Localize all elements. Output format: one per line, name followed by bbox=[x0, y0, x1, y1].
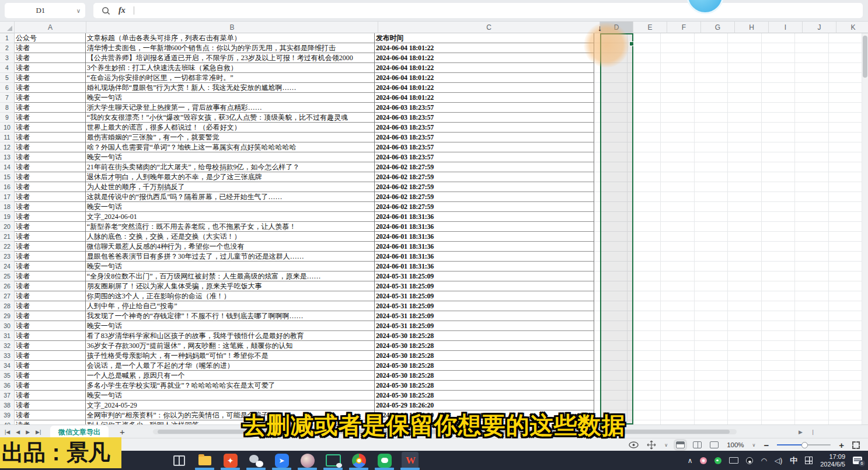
vertical-scrollbar[interactable] bbox=[862, 33, 868, 424]
cell-a12[interactable]: 读者 bbox=[15, 142, 86, 152]
add-sheet-button[interactable]: + bbox=[120, 425, 125, 438]
cell-c35[interactable]: 2024-05-30 18:25:28 bbox=[375, 371, 594, 381]
cell-c19[interactable]: 2024-06-01 18:31:36 bbox=[375, 212, 594, 222]
cell-h25[interactable] bbox=[728, 271, 761, 281]
cell-j25[interactable] bbox=[795, 271, 828, 281]
first-sheet-icon[interactable]: |◀ bbox=[5, 429, 10, 435]
cell-g21[interactable] bbox=[695, 232, 728, 242]
cell-g17[interactable] bbox=[695, 192, 728, 202]
cell-g37[interactable] bbox=[695, 391, 728, 401]
row-header-3[interactable]: 3 bbox=[0, 53, 15, 63]
last-sheet-icon[interactable]: ▶| bbox=[36, 429, 41, 435]
cell-h16[interactable] bbox=[728, 182, 761, 192]
cell-g6[interactable] bbox=[695, 83, 728, 93]
cell-k28[interactable] bbox=[829, 301, 862, 311]
column-header-K[interactable]: K bbox=[836, 22, 868, 33]
cell-j14[interactable] bbox=[795, 162, 828, 172]
cell-b26[interactable]: 朋友圈刷屏了！还以为家人集体受骗，原来关乎吃饭大事 bbox=[86, 281, 375, 291]
cell-h6[interactable] bbox=[728, 83, 761, 93]
column-header-A[interactable]: A bbox=[15, 22, 86, 33]
cell-f4[interactable] bbox=[661, 63, 694, 73]
cell-j9[interactable] bbox=[795, 113, 828, 123]
vertical-scrollbar-thumb[interactable] bbox=[863, 36, 867, 78]
cell-j6[interactable] bbox=[795, 83, 828, 93]
cell-g29[interactable] bbox=[695, 311, 728, 321]
cell-k15[interactable] bbox=[829, 172, 862, 182]
cell-k5[interactable] bbox=[829, 73, 862, 83]
cell-i25[interactable] bbox=[762, 271, 795, 281]
cell-i38[interactable] bbox=[762, 401, 795, 410]
cell-j31[interactable] bbox=[795, 331, 828, 341]
cell-h35[interactable] bbox=[728, 371, 761, 381]
cell-h1[interactable] bbox=[728, 33, 761, 43]
row-header-20[interactable]: 20 bbox=[0, 222, 15, 232]
cell-i37[interactable] bbox=[762, 391, 795, 401]
cell-g40[interactable] bbox=[695, 420, 728, 424]
column-header-I[interactable]: I bbox=[769, 22, 803, 33]
cell-h30[interactable] bbox=[728, 321, 761, 331]
cell-j30[interactable] bbox=[795, 321, 828, 331]
cell-k4[interactable] bbox=[829, 63, 862, 73]
cell-f7[interactable] bbox=[661, 93, 694, 103]
cell-k14[interactable] bbox=[829, 162, 862, 172]
pan-mode-icon[interactable] bbox=[647, 440, 656, 450]
cell-i9[interactable] bbox=[762, 113, 795, 123]
cell-b35[interactable]: 一个人总是喊累，原因只有一个 bbox=[86, 371, 375, 381]
cell-c38[interactable]: 2024-05-29 18:26:20 bbox=[375, 401, 594, 410]
row-header-37[interactable]: 37 bbox=[0, 391, 15, 401]
cell-a14[interactable]: 读者 bbox=[15, 162, 86, 172]
cell-c16[interactable]: 2024-06-02 18:27:59 bbox=[375, 182, 594, 192]
notification-center-icon[interactable]: 6 bbox=[853, 457, 862, 464]
row-header-19[interactable]: 19 bbox=[0, 212, 15, 222]
tray-chevron-up-icon[interactable]: ∧ bbox=[688, 457, 693, 465]
cell-a8[interactable]: 读者 bbox=[15, 103, 86, 113]
cell-f38[interactable] bbox=[661, 401, 694, 410]
page-break-view-icon[interactable] bbox=[710, 441, 719, 448]
cell-c31[interactable]: 2024-05-30 18:25:28 bbox=[375, 331, 594, 341]
cell-j10[interactable] bbox=[795, 123, 828, 133]
cell-k20[interactable] bbox=[829, 222, 862, 232]
cell-j2[interactable] bbox=[795, 43, 828, 53]
cell-f15[interactable] bbox=[661, 172, 694, 182]
chevron-down-icon[interactable]: ∨ bbox=[76, 8, 81, 14]
cell-g31[interactable] bbox=[695, 331, 728, 341]
cell-k35[interactable] bbox=[829, 371, 862, 381]
cell-j33[interactable] bbox=[795, 351, 828, 361]
chevron-down-icon[interactable]: ∨ bbox=[752, 443, 756, 448]
cell-f31[interactable] bbox=[661, 331, 694, 341]
ime-grid-icon[interactable] bbox=[805, 457, 813, 464]
cell-b5[interactable]: “在命运为你安排的时区里，一切都非常准时。” bbox=[86, 73, 375, 83]
cell-f28[interactable] bbox=[661, 301, 694, 311]
cell-b7[interactable]: 晚安一句话 bbox=[86, 93, 375, 103]
cell-c24[interactable]: 2024-06-01 18:31:36 bbox=[375, 262, 594, 271]
fx-icon[interactable]: fx bbox=[118, 6, 126, 15]
cell-c22[interactable]: 2024-06-01 18:31:36 bbox=[375, 242, 594, 252]
cell-k6[interactable] bbox=[829, 83, 862, 93]
row-header-39[interactable]: 39 bbox=[0, 410, 15, 420]
cell-b25[interactable]: “全身没8位数不出门”，百万级网红被封禁：人生最高级的炫富，原来是…… bbox=[86, 271, 375, 281]
cell-b3[interactable]: 【公共营养师】培训报名通道已开启，不限学历，23岁及以上可报！考过有机会领200… bbox=[86, 53, 375, 63]
cell-j21[interactable] bbox=[795, 232, 828, 242]
taskbar-clock[interactable]: 17:09 2024/6/5 bbox=[820, 453, 845, 468]
cell-g2[interactable] bbox=[695, 43, 728, 53]
scroll-right-icon[interactable]: ▶ bbox=[799, 429, 803, 435]
cell-a3[interactable]: 读者 bbox=[15, 53, 86, 63]
cell-h40[interactable] bbox=[728, 420, 761, 424]
cell-h37[interactable] bbox=[728, 391, 761, 401]
cell-i13[interactable] bbox=[762, 152, 795, 162]
cell-b21[interactable]: 人脉的底色：交换，交换，还是交换（大实话！） bbox=[86, 232, 375, 242]
cell-g1[interactable] bbox=[695, 33, 728, 43]
cell-g24[interactable] bbox=[695, 262, 728, 271]
cell-i35[interactable] bbox=[762, 371, 795, 381]
cell-c26[interactable]: 2024-05-31 18:25:09 bbox=[375, 281, 594, 291]
cell-g20[interactable] bbox=[695, 222, 728, 232]
cell-f13[interactable] bbox=[661, 152, 694, 162]
row-header-35[interactable]: 35 bbox=[0, 371, 15, 381]
cell-i18[interactable] bbox=[762, 202, 795, 212]
row-header-38[interactable]: 38 bbox=[0, 401, 15, 410]
cell-i26[interactable] bbox=[762, 281, 795, 291]
cell-b27[interactable]: 你周围的这3个人，正在影响你的命运（准！） bbox=[86, 291, 375, 301]
cell-a5[interactable]: 读者 bbox=[15, 73, 86, 83]
cell-f5[interactable] bbox=[661, 73, 694, 83]
zoom-out-button[interactable]: − bbox=[764, 441, 769, 450]
